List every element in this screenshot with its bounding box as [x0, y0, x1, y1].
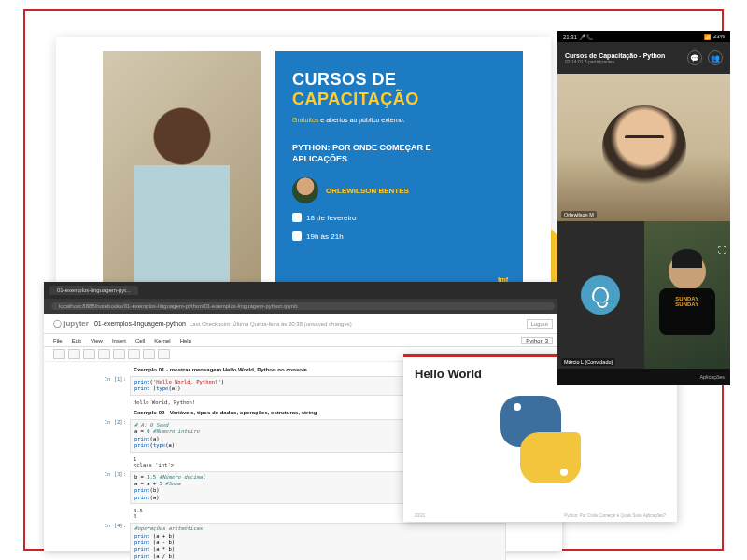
cell-prompt: In [4]:	[100, 523, 130, 560]
head	[669, 253, 706, 290]
call-footer: Aplicações	[557, 369, 730, 385]
calendar-icon	[292, 213, 302, 222]
participant-audio-only[interactable]: Márcio L (Convidado)	[557, 221, 644, 369]
call-header-text: Cursos de Capacitação - Python 02:14:01 …	[565, 52, 665, 64]
python-eye	[560, 469, 568, 476]
menu-cell[interactable]: Cell	[135, 338, 145, 343]
flyer-time-row: 19h às 21h	[292, 231, 506, 241]
person-icon	[592, 287, 609, 303]
menu-kernel[interactable]: Kernel	[154, 338, 170, 343]
url-input[interactable]: localhost:8888/notebooks/01-exemplos-lin…	[51, 302, 555, 310]
participants-icon[interactable]: 👥	[708, 50, 723, 65]
participant-camera[interactable]: SUNDAYSUNDAY	[644, 221, 731, 369]
participant-main[interactable]: Orlewilson M	[557, 74, 730, 221]
cell-prompt: In [3]:	[100, 471, 130, 505]
run-icon[interactable]	[128, 349, 140, 359]
save-icon[interactable]	[53, 349, 65, 359]
call-subtitle: 02:14:01 3 participantes	[565, 59, 665, 64]
phone-status-bar: 21:31 🎤 📞 📶23%	[557, 31, 730, 42]
course-flyer: CURSOS DE CAPACITAÇÃO Gratuitos e aberto…	[56, 37, 551, 308]
cell-prompt: In [2]:	[100, 419, 130, 453]
menu-insert[interactable]: Insert	[112, 338, 126, 343]
flyer-sub-yellow: Gratuitos	[292, 117, 318, 123]
kernel-indicator[interactable]: Python 3	[521, 337, 553, 344]
participants-grid: Orlewilson M Márcio L (Convidado) SUNDAY…	[557, 74, 730, 369]
shirt-text: SUNDAYSUNDAY	[659, 296, 715, 307]
status-icons: 📶23%	[704, 34, 725, 40]
checkpoint-text: Last Checkpoint: Última Quinta-feira às …	[190, 321, 352, 327]
chat-icon[interactable]: 💬	[687, 50, 702, 65]
glasses-icon	[625, 135, 664, 145]
stop-icon[interactable]	[143, 349, 155, 359]
call-header: Cursos de Capacitação - Python 02:14:01 …	[557, 42, 730, 74]
person-photo	[134, 88, 230, 282]
avatar-circle	[581, 275, 620, 315]
slide-page: 20/21	[415, 513, 425, 518]
slide-footer-title: Python: Por Onde Começar e Quais Suas Ap…	[564, 513, 666, 518]
call-header-actions: 💬 👥	[687, 50, 723, 65]
jupyter-header: ◯ jupyter 01-exemplos-linguagem-python L…	[44, 314, 562, 334]
cell-prompt: In [1]:	[100, 376, 130, 396]
participant-figure: SUNDAYSUNDAY	[655, 253, 720, 337]
python-logo	[489, 388, 592, 491]
code-input[interactable]: #operações aritméticasprint (a + b)print…	[130, 523, 506, 560]
browser-url-bar[interactable]: localhost:8888/notebooks/01-exemplos-lin…	[44, 299, 562, 314]
status-time: 21:31 🎤 📞	[563, 34, 593, 40]
jupyter-logo: ◯ jupyter	[53, 319, 89, 328]
menu-edit[interactable]: Edit	[72, 338, 81, 343]
battery-text: 23%	[713, 34, 725, 40]
expand-icon[interactable]: ⛶	[715, 245, 728, 259]
browser-tab[interactable]: 01-exemplos-linguagem-pyt...	[49, 286, 138, 295]
flyer-presenter-row: ORLEWILSON BENTES	[292, 177, 506, 203]
presenter-name: ORLEWILSON BENTES	[326, 187, 409, 195]
flyer-date: 18 de fevereiro	[306, 214, 356, 222]
flyer-time: 19h às 21h	[306, 232, 344, 241]
menu-view[interactable]: View	[91, 338, 103, 343]
flyer-title-2: CAPACITAÇÃO	[292, 90, 506, 109]
python-yellow-snake	[520, 432, 581, 483]
flyer-subtitle: Gratuitos e abertos ao público externo.	[292, 109, 506, 126]
participant-name: Márcio L (Convidado)	[561, 358, 615, 366]
video-call-window: 21:31 🎤 📞 📶23% Cursos de Capacitação - P…	[557, 31, 730, 385]
flyer-photo	[103, 51, 261, 294]
notebook-filename[interactable]: 01-exemplos-linguagem-python	[94, 320, 186, 327]
slide-footer: 20/21 Python: Por Onde Começar e Quais S…	[415, 513, 666, 518]
flyer-sub-white: e abertos ao público externo.	[318, 117, 404, 123]
add-cell-icon[interactable]	[68, 349, 80, 359]
flyer-content: CURSOS DE CAPACITAÇÃO Gratuitos e aberto…	[275, 51, 523, 294]
flyer-topic: PYTHON: POR ONDE COMEÇAR E APLICAÇÕES	[292, 143, 442, 164]
paste-icon[interactable]	[113, 349, 125, 359]
apps-button[interactable]: Aplicações	[699, 374, 725, 380]
code-cell[interactable]: In [4]: #operações aritméticasprint (a +…	[100, 523, 506, 560]
logout-button[interactable]: Logout	[527, 319, 553, 329]
copy-icon[interactable]	[98, 349, 110, 359]
restart-icon[interactable]	[158, 349, 170, 359]
hair	[672, 249, 702, 268]
clock-icon	[292, 231, 302, 241]
cut-icon[interactable]	[83, 349, 95, 359]
flyer-date-row: 18 de fevereiro	[292, 213, 506, 222]
participant-name: Orlewilson M	[561, 211, 597, 218]
menu-help[interactable]: Help	[180, 338, 191, 343]
menu-file[interactable]: File	[53, 338, 63, 343]
jupyter-menu[interactable]: File Edit View Insert Cell Kernel Help P…	[44, 334, 562, 347]
torso: SUNDAYSUNDAY	[659, 288, 715, 335]
call-title: Cursos de Capacitação - Python	[565, 52, 665, 59]
participant-face	[602, 105, 686, 189]
presenter-avatar	[292, 177, 318, 203]
wifi-icon: 📶	[704, 34, 711, 40]
python-eye	[514, 403, 521, 411]
browser-tab-bar[interactable]: 01-exemplos-linguagem-pyt...	[44, 282, 562, 299]
flyer-title-1: CURSOS DE	[292, 70, 506, 90]
